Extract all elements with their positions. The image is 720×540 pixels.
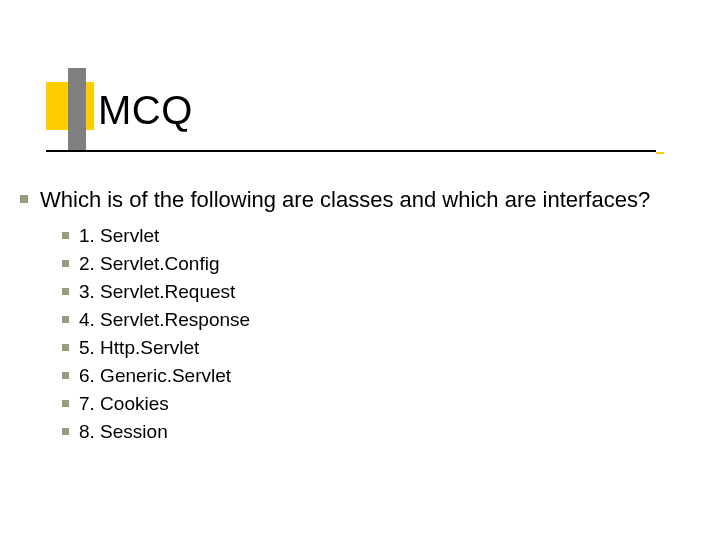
title-underline-accent (656, 152, 664, 154)
title-underline (46, 150, 656, 152)
square-bullet-icon (62, 288, 69, 295)
option-text: 3. Servlet.Request (79, 280, 235, 304)
square-bullet-icon (62, 316, 69, 323)
option-text: 4. Servlet.Response (79, 308, 250, 332)
square-bullet-icon (62, 372, 69, 379)
list-item: 4. Servlet.Response (62, 308, 690, 332)
square-bullet-icon (62, 400, 69, 407)
option-text: 2. Servlet.Config (79, 252, 219, 276)
option-text: 7. Cookies (79, 392, 169, 416)
option-text: 1. Servlet (79, 224, 159, 248)
title-accent-bar (68, 68, 86, 152)
square-bullet-icon (62, 260, 69, 267)
list-item: 1. Servlet (62, 224, 690, 248)
option-text: 8. Session (79, 420, 168, 444)
square-bullet-icon (62, 344, 69, 351)
list-item: 8. Session (62, 420, 690, 444)
option-text: 6. Generic.Servlet (79, 364, 231, 388)
list-item: 7. Cookies (62, 392, 690, 416)
slide: MCQ Which is of the following are classe… (0, 0, 720, 540)
list-item: 5. Http.Servlet (62, 336, 690, 360)
question-text: Which is of the following are classes an… (40, 186, 650, 214)
list-item: 2. Servlet.Config (62, 252, 690, 276)
slide-body: Which is of the following are classes an… (20, 186, 690, 448)
list-item: 3. Servlet.Request (62, 280, 690, 304)
square-bullet-icon (20, 195, 28, 203)
options-list: 1. Servlet 2. Servlet.Config 3. Servlet.… (62, 224, 690, 444)
list-item: Which is of the following are classes an… (20, 186, 690, 214)
square-bullet-icon (62, 232, 69, 239)
slide-title: MCQ (98, 88, 193, 133)
list-item: 6. Generic.Servlet (62, 364, 690, 388)
option-text: 5. Http.Servlet (79, 336, 199, 360)
square-bullet-icon (62, 428, 69, 435)
